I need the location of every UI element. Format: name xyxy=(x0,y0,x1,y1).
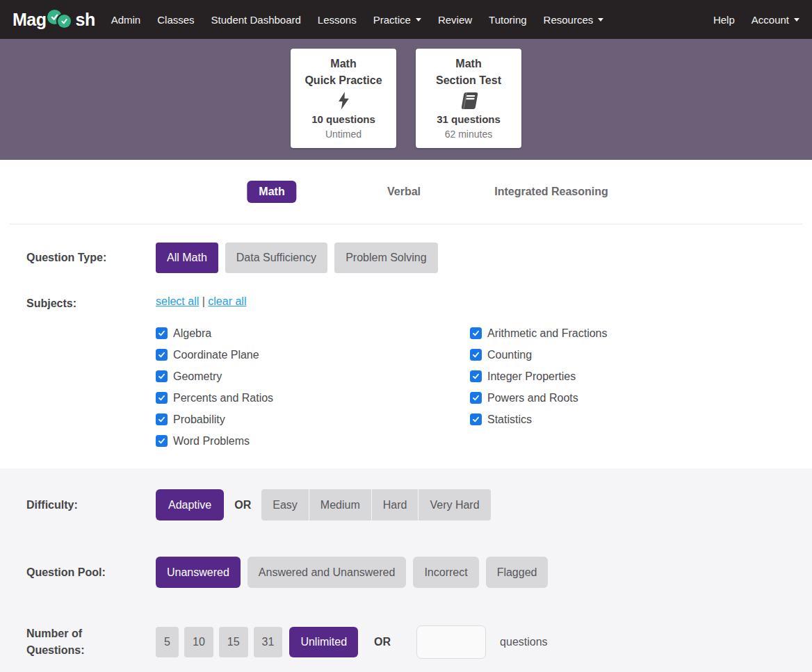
tab-verbal[interactable]: Verbal xyxy=(387,186,421,198)
hero-banner: Math Quick Practice 10 questions Untimed… xyxy=(0,39,812,160)
subjects-row: Subjects: select all | clear all Algebra… xyxy=(0,295,812,452)
practice-settings-secondary: Difficulty: Adaptive OR Easy Medium Hard… xyxy=(0,468,812,672)
quick-practice-card[interactable]: Math Quick Practice 10 questions Untimed xyxy=(291,49,396,148)
subjects-column-right: Arithmetic and Fractions Counting Intege… xyxy=(470,322,608,452)
question-type-row: Question Type: All Math Data Sufficiency… xyxy=(0,243,812,273)
difficulty-hard-button[interactable]: Hard xyxy=(372,489,419,521)
difficulty-easy-button[interactable]: Easy xyxy=(261,489,309,521)
count-unlimited-button[interactable]: Unlimited xyxy=(289,627,358,657)
tab-math[interactable]: Math xyxy=(247,181,296,203)
checked-checkbox-icon xyxy=(156,327,168,339)
card-title-line1: Math xyxy=(291,56,396,72)
nav-item-label: Lessons xyxy=(318,14,357,26)
checked-checkbox-icon xyxy=(470,349,482,361)
logo-check-circles xyxy=(47,9,75,30)
spacer xyxy=(0,588,812,625)
question-type-options: All Math Data Sufficiency Problem Solvin… xyxy=(156,243,438,273)
nav-item-practice[interactable]: Practice xyxy=(373,14,421,26)
subject-checkbox-word-problems[interactable]: Word Problems xyxy=(156,430,470,452)
subject-label: Word Problems xyxy=(173,435,250,448)
count-15-button[interactable]: 15 xyxy=(219,627,248,657)
nav-item-lessons[interactable]: Lessons xyxy=(318,14,357,26)
spacer xyxy=(0,452,812,468)
spacer xyxy=(0,521,812,557)
card-title-line2: Quick Practice xyxy=(291,72,396,89)
or-label: OR xyxy=(374,636,391,648)
question-type-problem-solving-button[interactable]: Problem Solving xyxy=(334,243,438,273)
logo-text-prefix: Mag xyxy=(13,10,47,30)
subject-checkbox-counting[interactable]: Counting xyxy=(470,344,608,366)
subject-checkbox-statistics[interactable]: Statistics xyxy=(470,409,608,430)
nav-item-tutoring[interactable]: Tutoring xyxy=(489,14,526,26)
nav-item-admin[interactable]: Admin xyxy=(111,14,141,26)
or-label: OR xyxy=(234,499,251,511)
caret-down-icon xyxy=(598,18,603,22)
subject-checkbox-arithmetic-and-fractions[interactable]: Arithmetic and Fractions xyxy=(470,322,608,344)
card-title-line1: Math xyxy=(416,56,521,72)
question-type-label: Question Type: xyxy=(0,249,156,266)
lightning-icon xyxy=(291,90,396,112)
count-10-button[interactable]: 10 xyxy=(184,627,213,657)
nav-item-help[interactable]: Help xyxy=(713,14,735,26)
checked-checkbox-icon xyxy=(156,370,168,382)
logo-check-icon xyxy=(58,15,71,28)
caret-down-icon xyxy=(416,18,421,22)
subject-checkbox-powers-and-roots[interactable]: Powers and Roots xyxy=(470,387,608,409)
label-line2: Questions: xyxy=(26,642,156,659)
difficulty-very-hard-button[interactable]: Very Hard xyxy=(419,489,490,521)
checked-checkbox-icon xyxy=(156,392,168,404)
checked-checkbox-icon xyxy=(470,413,482,425)
nav-item-label: Account xyxy=(752,14,789,26)
pool-unanswered-button[interactable]: Unanswered xyxy=(156,557,241,588)
card-time-info: Untimed xyxy=(291,129,396,140)
subject-checkbox-percents-and-ratios[interactable]: Percents and Ratios xyxy=(156,387,470,409)
nav-item-label: Help xyxy=(713,14,735,26)
number-of-questions-label: Number of Questions: xyxy=(0,625,156,659)
checked-checkbox-icon xyxy=(156,435,168,447)
subject-checkbox-coordinate-plane[interactable]: Coordinate Plane xyxy=(156,344,470,366)
pool-answered-and-unanswered-button[interactable]: Answered and Unanswered xyxy=(247,557,407,588)
question-type-all-math-button[interactable]: All Math xyxy=(156,243,218,273)
caret-down-icon xyxy=(794,18,799,22)
difficulty-label: Difficulty: xyxy=(0,497,156,514)
subjects-links: select all | clear all xyxy=(156,295,608,308)
tab-integrated-reasoning[interactable]: Integrated Reasoning xyxy=(494,186,608,198)
book-icon xyxy=(416,90,521,112)
subject-label: Statistics xyxy=(487,413,532,426)
nav-item-classes[interactable]: Classes xyxy=(157,14,194,26)
custom-question-count-input[interactable] xyxy=(416,625,486,659)
nav-item-label: Classes xyxy=(157,14,194,26)
clear-all-link[interactable]: clear all xyxy=(208,295,246,307)
question-type-data-sufficiency-button[interactable]: Data Sufficiency xyxy=(225,243,327,273)
nav-item-account[interactable]: Account xyxy=(752,14,799,26)
subjects-column-left: Algebra Coordinate Plane Geometry Percen… xyxy=(156,322,470,452)
magoosh-logo[interactable]: Mag sh xyxy=(13,9,95,30)
count-5-button[interactable]: 5 xyxy=(156,627,179,657)
nav-item-label: Student Dashboard xyxy=(211,14,301,26)
subject-checkbox-probability[interactable]: Probability xyxy=(156,409,470,430)
nav-item-student-dashboard[interactable]: Student Dashboard xyxy=(211,14,301,26)
nav-item-review[interactable]: Review xyxy=(438,14,472,26)
subject-checkbox-geometry[interactable]: Geometry xyxy=(156,366,470,387)
checked-checkbox-icon xyxy=(470,370,482,382)
label-line1: Number of xyxy=(26,625,156,642)
number-of-questions-row: Number of Questions: 5 10 15 31 Unlimite… xyxy=(0,625,812,659)
difficulty-adaptive-button[interactable]: Adaptive xyxy=(156,489,224,521)
difficulty-level-group: Easy Medium Hard Very Hard xyxy=(261,489,490,521)
select-all-link[interactable]: select all xyxy=(156,295,199,307)
subject-checkbox-algebra[interactable]: Algebra xyxy=(156,322,470,344)
pool-flagged-button[interactable]: Flagged xyxy=(486,557,549,588)
checked-checkbox-icon xyxy=(156,413,168,425)
subject-label: Powers and Roots xyxy=(487,392,578,404)
section-test-card[interactable]: Math Section Test 31 questions 62 minute… xyxy=(416,49,521,148)
card-question-count: 31 questions xyxy=(416,113,521,125)
question-pool-options: Unanswered Answered and Unanswered Incor… xyxy=(156,557,548,588)
nav-item-label: Review xyxy=(438,14,472,26)
pool-incorrect-button[interactable]: Incorrect xyxy=(413,557,478,588)
difficulty-medium-button[interactable]: Medium xyxy=(309,489,371,521)
nav-item-resources[interactable]: Resources xyxy=(544,14,604,26)
card-question-count: 10 questions xyxy=(291,113,396,125)
count-31-button[interactable]: 31 xyxy=(254,627,283,657)
number-of-questions-options: 5 10 15 31 Unlimited OR questions xyxy=(156,625,548,659)
subject-checkbox-integer-properties[interactable]: Integer Properties xyxy=(470,366,608,387)
